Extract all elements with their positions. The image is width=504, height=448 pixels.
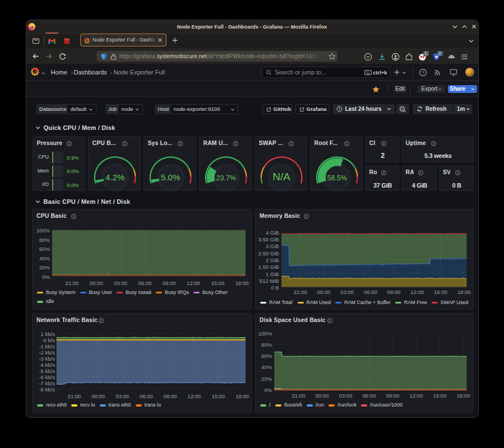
svg-text:N/A: N/A	[272, 171, 290, 183]
svg-text:23.7%: 23.7%	[216, 174, 235, 182]
svg-text:4.2%: 4.2%	[105, 172, 124, 182]
svg-text:?: ?	[422, 70, 424, 75]
svg-text:5.0%: 5.0%	[161, 172, 180, 182]
svg-text:58.5%: 58.5%	[327, 174, 346, 182]
